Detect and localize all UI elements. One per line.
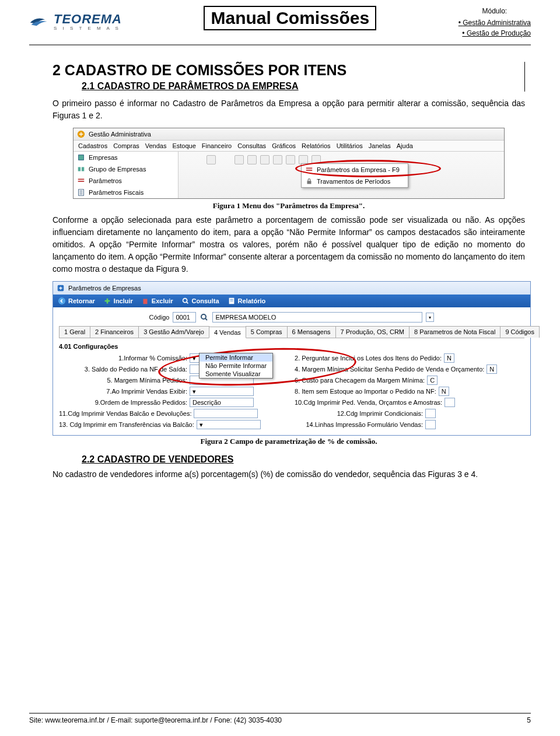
menu-vendas[interactable]: Vendas xyxy=(145,142,167,149)
logo-swoosh-icon xyxy=(29,15,50,28)
menu-compras[interactable]: Compras xyxy=(113,142,139,149)
menu-estoque[interactable]: Estoque xyxy=(172,142,195,149)
menu-relatorios[interactable]: Relatórios xyxy=(302,142,331,149)
tab-gestao[interactable]: 3 Gestão Adm/Varejo xyxy=(138,326,209,338)
params-icon xyxy=(305,166,313,174)
relatorio-button[interactable]: Relatório xyxy=(228,297,266,305)
field-input[interactable]: ▾ xyxy=(197,420,261,429)
toolbar-icon[interactable] xyxy=(247,155,257,164)
page-number: 5 xyxy=(527,716,531,724)
field-label: 9.Ordem de Impressão Pedidos: xyxy=(59,399,187,406)
field-input[interactable]: ▾ xyxy=(190,387,254,396)
sidebar-item-grupo[interactable]: Grupo de Empresas xyxy=(74,163,178,175)
field-label: 5. Margem Mínima Pedidos: xyxy=(59,377,187,384)
consulta-button[interactable]: Consulta xyxy=(181,297,219,305)
figure2-window: Parâmetros de Empresas Retornar Incluir … xyxy=(52,281,531,436)
dropdown-option[interactable]: Somente Visualizar xyxy=(200,370,272,378)
plus-icon xyxy=(103,297,111,305)
delete-icon xyxy=(141,297,149,305)
field-input[interactable]: N xyxy=(439,387,449,396)
dropdown-option[interactable]: Permite Informar xyxy=(200,353,272,362)
menu-financeiro[interactable]: Financeiro xyxy=(202,142,232,149)
excluir-button[interactable]: Excluir xyxy=(141,297,173,305)
figure2-caption: Figura 2 Campo de parametrização de % de… xyxy=(52,437,525,446)
menu-consultas[interactable]: Consultas xyxy=(237,142,266,149)
field-input[interactable] xyxy=(444,398,455,407)
module-block: Módulo: Gestão Administrativa Gestão de … xyxy=(459,7,531,38)
figure1-caption: Figura 1 Menu dos "Parâmetros da Empresa… xyxy=(52,201,525,211)
submenu-item-parametros-empresa[interactable]: Parâmetros da Empresa - F9 xyxy=(302,164,408,176)
svg-rect-2 xyxy=(78,167,80,171)
svg-rect-8 xyxy=(306,170,313,171)
window-titlebar: Gestão Administrativa xyxy=(74,128,504,141)
toolbar-label: Relatório xyxy=(238,297,266,304)
field-label: 4. Margem Mínima Solicitar Senha Pedido … xyxy=(295,366,484,373)
config-grid: 1.Informar % Comissão:▾ 2. Perguntar se … xyxy=(59,353,524,429)
field-input[interactable] xyxy=(425,420,436,429)
field-input[interactable]: N xyxy=(487,365,497,374)
field-label: 8. Item sem Estoque ao Importar o Pedido… xyxy=(295,388,436,395)
toolbar-icon[interactable] xyxy=(206,155,216,164)
tab-geral[interactable]: 1 Geral xyxy=(59,326,90,338)
tab-mensagens[interactable]: 6 Mensagens xyxy=(287,326,336,338)
module-item: Gestão Administrativa xyxy=(459,17,531,28)
submenu-label: Parâmetros da Empresa - F9 xyxy=(317,166,400,173)
tab-financeiros[interactable]: 2 Financeiros xyxy=(90,326,139,338)
submenu-item-travamentos[interactable]: Travamentos de Períodos xyxy=(302,176,408,187)
window-title: Parâmetros de Empresas xyxy=(68,285,141,292)
sidebar-item-empresas[interactable]: Empresas xyxy=(74,152,178,163)
svg-rect-7 xyxy=(306,168,313,169)
menu-cadastros[interactable]: Cadastros xyxy=(78,142,107,149)
field-input[interactable]: Descrição xyxy=(190,398,254,407)
comissao-dropdown[interactable]: Permite Informar Não Permite Informar So… xyxy=(199,353,273,378)
tab-nf[interactable]: 8 Parametros de Nota Fiscal xyxy=(409,326,501,338)
sidebar-item-label: Parâmetros Fiscais xyxy=(89,189,144,196)
submenu-flyout: Parâmetros da Empresa - F9 Travamentos d… xyxy=(301,163,408,188)
page-footer: Site: www.teorema.inf.br / E-mail: supor… xyxy=(29,713,531,724)
doc-title: Manual Comissões xyxy=(204,6,376,30)
svg-rect-4 xyxy=(78,179,85,180)
sidebar-item-label: Grupo de Empresas xyxy=(89,166,146,173)
dropdown-option[interactable]: Não Permite Informar xyxy=(200,362,272,370)
search-icon xyxy=(181,297,190,305)
tab-codigos[interactable]: 9 Códigos xyxy=(500,326,540,338)
sidebar-item-parametros-fiscais[interactable]: Parâmetros Fiscais xyxy=(74,187,178,198)
app-icon xyxy=(77,130,85,138)
toolbar-icon[interactable] xyxy=(235,155,244,164)
incluir-button[interactable]: Incluir xyxy=(103,297,133,305)
toolbar-icon[interactable] xyxy=(286,155,295,164)
menu-janelas[interactable]: Janelas xyxy=(369,142,391,149)
module-label: Módulo: xyxy=(459,7,531,15)
field-input[interactable] xyxy=(194,409,258,418)
field-label: 1.Informar % Comissão: xyxy=(59,355,187,362)
code-input[interactable] xyxy=(173,312,196,323)
tab-compras[interactable]: 5 Compras xyxy=(246,326,288,338)
logo-subtext: S I S T E M A S xyxy=(54,26,122,31)
field-input[interactable] xyxy=(425,409,436,418)
dropdown-icon[interactable]: ▾ xyxy=(426,313,434,322)
paragraph: Conforme a opção selecionada para este p… xyxy=(52,214,525,275)
menu-graficos[interactable]: Gráficos xyxy=(272,142,296,149)
field-label: 7.Ao Imprimir Vendas Exibir: xyxy=(59,388,187,395)
svg-rect-5 xyxy=(78,181,85,182)
tab-vendas[interactable]: 4 Vendas xyxy=(209,327,246,338)
submenu-label: Travamentos de Períodos xyxy=(317,178,390,185)
menu-utilitarios[interactable]: Utilitários xyxy=(337,142,363,149)
sidebar-item-parametros[interactable]: Parâmetros xyxy=(74,175,178,187)
paragraph: O primeiro passo é informar no Cadastro … xyxy=(52,97,525,122)
search-icon[interactable] xyxy=(200,313,209,322)
fiscal-icon xyxy=(77,188,85,197)
retornar-button[interactable]: Retornar xyxy=(58,297,95,305)
group-icon xyxy=(77,165,85,173)
toolbar-icon[interactable] xyxy=(260,155,270,164)
back-icon xyxy=(58,297,66,305)
field-input[interactable]: C xyxy=(427,376,438,385)
toolbar-label: Retornar xyxy=(68,297,95,304)
tab-producao[interactable]: 7 Produção, OS, CRM xyxy=(335,326,410,338)
toolbar-icon[interactable] xyxy=(273,155,282,164)
figure1-window: Gestão Administrativa Cadastros Compras … xyxy=(73,128,505,199)
field-input[interactable]: N xyxy=(444,353,454,363)
footer-divider xyxy=(29,713,531,714)
empresa-input[interactable] xyxy=(212,312,422,323)
menu-ajuda[interactable]: Ajuda xyxy=(397,142,413,149)
